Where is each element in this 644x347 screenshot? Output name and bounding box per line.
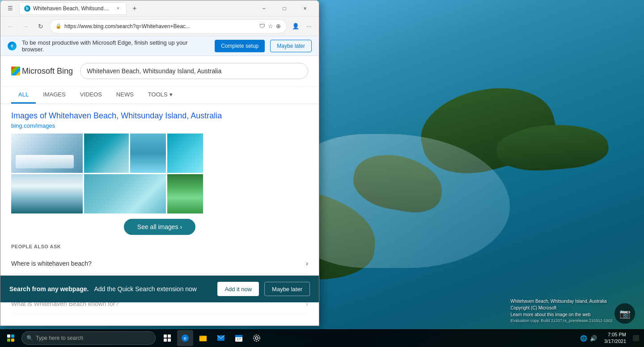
- paa-item-1[interactable]: Where is whitehaven beach? ›: [11, 254, 308, 274]
- svg-rect-0: [164, 334, 167, 338]
- see-all-images-button[interactable]: See all images ›: [124, 219, 195, 235]
- image-cell-3[interactable]: [130, 134, 166, 173]
- start-button[interactable]: [0, 329, 21, 347]
- search-tabs: ALL IMAGES VIDEOS NEWS TOOLS ▾: [0, 87, 319, 104]
- image-cell-5[interactable]: [11, 174, 83, 213]
- taskbar-search-placeholder: Type here to search: [36, 335, 83, 341]
- taskbar-calendar-button[interactable]: 17: [231, 330, 247, 346]
- back-button[interactable]: ←: [4, 20, 17, 33]
- svg-point-14: [254, 335, 260, 341]
- collection-icon[interactable]: ⊕: [276, 23, 281, 29]
- microsoft-logo-icon: [11, 67, 20, 75]
- complete-setup-button[interactable]: Complete setup: [215, 40, 265, 52]
- svg-point-13: [255, 337, 258, 339]
- quick-search-bold-text: Search from any webpage.: [9, 285, 89, 293]
- browser-window: ☰ b Whitehaven Beach, Whitsunday... × + …: [0, 0, 319, 326]
- quick-search-maybe-button[interactable]: Maybe later: [264, 282, 310, 296]
- image-cell-1[interactable]: [11, 134, 83, 173]
- quick-search-banner: Search from any webpage. Add the Quick S…: [0, 276, 319, 302]
- setup-banner: e To be most productive with Microsoft E…: [0, 36, 319, 56]
- sidebar-toggle[interactable]: ☰: [4, 2, 17, 15]
- star-icon[interactable]: ☆: [268, 23, 273, 29]
- notifications-button[interactable]: [631, 331, 640, 345]
- svg-rect-7: [199, 336, 203, 337]
- chevron-right-icon: ›: [306, 260, 308, 267]
- tab-images[interactable]: IMAGES: [36, 87, 73, 104]
- image-cell-7[interactable]: [167, 174, 203, 213]
- tab-strip: b Whitehaven Beach, Whitsunday... × +: [19, 2, 250, 15]
- tab-all[interactable]: ALL: [11, 87, 36, 104]
- taskbar-right: 🌐 🔊 7:05 PM 3/17/2021: [578, 331, 644, 345]
- images-section: Images of Whitehaven Beach, Whitsunday I…: [11, 111, 308, 235]
- system-tray-icons: 🌐 🔊: [578, 335, 599, 342]
- images-section-title[interactable]: Images of Whitehaven Beach, Whitsunday I…: [11, 111, 308, 121]
- tab-close-button[interactable]: ×: [114, 5, 122, 12]
- setup-maybe-later-button[interactable]: Maybe later: [270, 40, 312, 52]
- minimize-button[interactable]: −: [254, 2, 274, 15]
- windows-logo-icon: [7, 334, 14, 342]
- taskbar-explorer-button[interactable]: [195, 330, 211, 346]
- svg-text:e: e: [184, 335, 186, 341]
- taskbar-search[interactable]: 🔍 Type here to search: [21, 331, 156, 345]
- tab-title: Whitehaven Beach, Whitsunday...: [33, 5, 112, 12]
- image-cell-6[interactable]: [84, 174, 166, 213]
- address-bar: ← → ↻ 🔒 https://www.bing.com/search?q=Wh…: [0, 17, 319, 36]
- title-bar: ☰ b Whitehaven Beach, Whitsunday... × + …: [0, 0, 319, 17]
- task-view-button[interactable]: [159, 330, 175, 346]
- tab-favicon: b: [24, 5, 30, 12]
- window-controls: − □ ×: [254, 2, 315, 15]
- taskbar-settings-button[interactable]: [249, 330, 265, 346]
- edge-icon: e: [8, 42, 17, 50]
- bing-logo[interactable]: Microsoft Bing: [11, 67, 73, 76]
- refresh-button[interactable]: ↻: [34, 20, 47, 33]
- quick-search-normal-text: Add the Quick Search extension now: [94, 285, 197, 293]
- svg-rect-15: [633, 335, 639, 341]
- shield-icon[interactable]: 🛡: [259, 23, 265, 29]
- system-clock[interactable]: 7:05 PM 3/17/2021: [601, 331, 630, 345]
- image-cell-4[interactable]: [167, 134, 203, 173]
- forward-button[interactable]: →: [19, 20, 32, 33]
- quick-search-add-button[interactable]: Add it now: [217, 282, 259, 296]
- settings-button[interactable]: ···: [303, 20, 315, 33]
- bing-header: Microsoft Bing: [0, 56, 319, 87]
- taskbar-mail-button[interactable]: [213, 330, 229, 346]
- chevron-down-icon: ▾: [169, 91, 173, 98]
- volume-icon[interactable]: 🔊: [590, 335, 597, 342]
- close-button[interactable]: ×: [295, 2, 315, 15]
- tab-news[interactable]: NEWS: [109, 87, 141, 104]
- url-bar-icons: 🛡 ☆ ⊕: [259, 23, 281, 29]
- images-section-source[interactable]: bing.com/images: [11, 122, 308, 129]
- taskbar: 🔍 Type here to search e: [0, 329, 644, 347]
- paa-label: PEOPLE ALSO ASK: [11, 244, 308, 249]
- network-icon[interactable]: 🌐: [580, 335, 587, 342]
- desktop-camera-button[interactable]: 📷: [614, 303, 635, 324]
- url-bar[interactable]: 🔒 https://www.bing.com/search?q=Whitehav…: [50, 19, 287, 33]
- desktop-watermark: Whitehaven Beach, Whitsunday Island, Aus…: [511, 298, 613, 324]
- search-icon: 🔍: [26, 335, 33, 341]
- url-text: https://www.bing.com/search?q=Whitehaven…: [64, 23, 257, 29]
- profile-button[interactable]: 👤: [289, 20, 302, 33]
- setup-banner-text: To be most productive with Microsoft Edg…: [22, 39, 209, 53]
- svg-text:17: 17: [237, 337, 241, 341]
- bing-search-input[interactable]: [80, 63, 308, 79]
- taskbar-icons: e 17: [159, 330, 265, 346]
- browser-menu-bar: 👤 ···: [289, 20, 315, 33]
- lock-icon: 🔒: [55, 23, 62, 29]
- bing-logo-text: Microsoft Bing: [22, 67, 73, 76]
- tab-videos[interactable]: VIDEOS: [73, 87, 109, 104]
- maximize-button[interactable]: □: [274, 2, 295, 15]
- svg-rect-2: [164, 339, 167, 342]
- image-cell-2[interactable]: [84, 134, 129, 173]
- active-tab[interactable]: b Whitehaven Beach, Whitsunday... ×: [19, 2, 127, 15]
- svg-rect-3: [168, 339, 171, 342]
- image-grid: [11, 134, 308, 213]
- svg-rect-1: [168, 334, 171, 338]
- tab-tools[interactable]: TOOLS ▾: [141, 87, 180, 104]
- taskbar-edge-button[interactable]: e: [177, 330, 193, 346]
- new-tab-button[interactable]: +: [128, 2, 141, 15]
